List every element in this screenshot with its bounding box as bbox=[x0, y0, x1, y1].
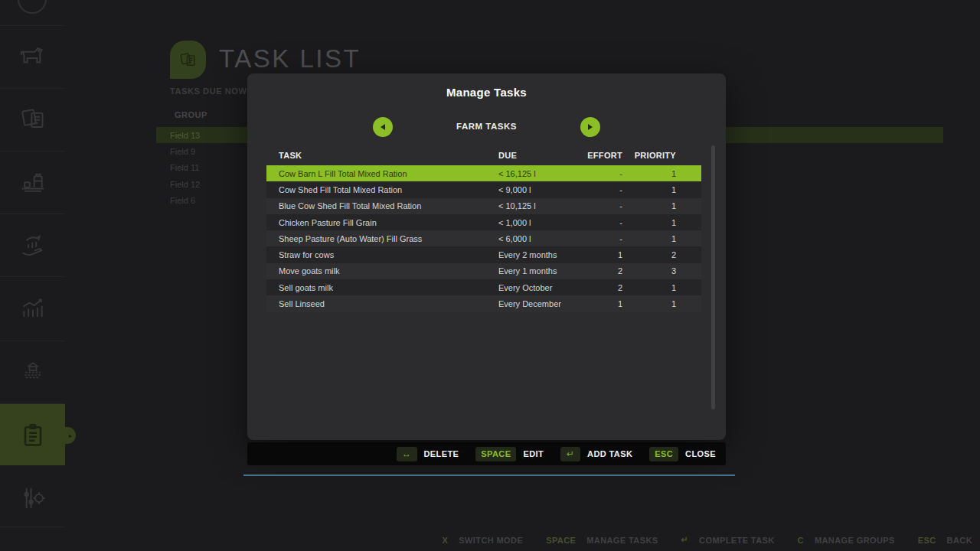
task-cell: Straw for cows bbox=[279, 250, 498, 259]
hint-complete-task: ↵COMPLETE TASK bbox=[681, 535, 774, 545]
priority-cell: 2 bbox=[622, 250, 676, 259]
priority-cell: 1 bbox=[622, 185, 676, 194]
due-cell: < 1,000 l bbox=[498, 218, 580, 227]
priority-cell: 1 bbox=[622, 234, 676, 243]
hint-key: ESC bbox=[918, 536, 936, 545]
task-cell: Blue Cow Shed Fill Total Mixed Ration bbox=[279, 201, 498, 210]
task-row[interactable]: Chicken Pasture Fill Grain< 1,000 l-1 bbox=[266, 214, 701, 230]
hint-switch-mode: XSWITCH MODE bbox=[443, 536, 524, 545]
effort-cell: - bbox=[580, 218, 622, 227]
task-column-header: TASK bbox=[279, 151, 498, 160]
modal-action-bar: ↔DELETESPACEEDIT↵ADD TASKESCCLOSE bbox=[247, 442, 726, 465]
effort-column-header: EFFORT bbox=[580, 151, 622, 160]
hint-key: SPACE bbox=[546, 536, 576, 545]
group-column-header: GROUP bbox=[175, 110, 207, 119]
delete-key-icon: ↔ bbox=[397, 447, 416, 461]
priority-cell: 1 bbox=[622, 201, 676, 210]
effort-cell: - bbox=[580, 234, 622, 243]
production-icon bbox=[18, 168, 48, 198]
priority-cell: 1 bbox=[622, 169, 676, 178]
esc-key: ESC bbox=[649, 447, 678, 461]
papers-icon bbox=[178, 50, 198, 70]
action-delete[interactable]: ↔DELETE bbox=[397, 447, 459, 461]
priority-column-header: PRIORITY bbox=[622, 151, 676, 160]
due-cell: < 6,000 l bbox=[498, 234, 580, 243]
sidebar-divider bbox=[0, 214, 65, 214]
sidebar-item-animals[interactable] bbox=[16, 40, 50, 73]
task-cell: Cow Barn L Fill Total Mixed Ration bbox=[279, 169, 498, 178]
sidebar-divider bbox=[0, 25, 65, 26]
action-label: CLOSE bbox=[685, 449, 716, 458]
sidebar-item-mod-info[interactable] bbox=[16, 354, 50, 388]
clipboard-icon bbox=[18, 420, 48, 451]
page-title: TASK LIST bbox=[219, 44, 361, 73]
task-cell: Move goats milk bbox=[279, 266, 498, 276]
sidebar: ▸ bbox=[0, 0, 65, 551]
sidebar-divider bbox=[0, 341, 65, 341]
effort-cell: - bbox=[580, 201, 622, 210]
effort-cell: - bbox=[580, 169, 622, 178]
hint-key: C bbox=[798, 536, 804, 545]
tasks-due-now-label: TASKS DUE NOW bbox=[170, 86, 247, 96]
sidebar-item-settings[interactable] bbox=[16, 481, 50, 515]
sidebar-divider bbox=[0, 151, 65, 152]
action-label: ADD TASK bbox=[587, 449, 632, 458]
sidebar-selected-arrow: ▸ bbox=[65, 427, 76, 444]
hand-chart-icon bbox=[18, 230, 48, 261]
sidebar-item-statistics[interactable] bbox=[16, 292, 50, 326]
footer-hint-bar: XSWITCH MODESPACEMANAGE TASKS↵COMPLETE T… bbox=[420, 535, 972, 545]
effort-cell: 1 bbox=[580, 250, 622, 259]
modal-title: Manage Tasks bbox=[247, 86, 726, 99]
hint-key: ↵ bbox=[681, 535, 688, 545]
hint-label: SWITCH MODE bbox=[459, 536, 523, 545]
app-root: ▸ TASK LIST TASKS DUE NOW GROUP Field 13… bbox=[0, 0, 980, 551]
due-column-header: DUE bbox=[498, 151, 580, 160]
task-cell: Chicken Pasture Fill Grain bbox=[279, 218, 498, 227]
hint-manage-tasks: SPACEMANAGE TASKS bbox=[546, 536, 658, 545]
hint-label: MANAGE GROUPS bbox=[815, 536, 895, 545]
emblem-icon bbox=[18, 356, 48, 386]
task-cell: Cow Shed Fill Total Mixed Ration bbox=[279, 185, 498, 194]
task-row[interactable]: Sell goats milkEvery October21 bbox=[266, 279, 701, 295]
task-row[interactable]: Sell LinseedEvery December11 bbox=[266, 295, 701, 311]
task-list-icon bbox=[170, 41, 206, 79]
sidebar-item-task-list[interactable] bbox=[16, 419, 50, 452]
space-key: SPACE bbox=[475, 447, 516, 461]
due-cell: Every December bbox=[498, 299, 580, 308]
table-header: TASK DUE EFFORT PRIORITY bbox=[266, 148, 701, 162]
sidebar-item-production[interactable] bbox=[16, 166, 50, 200]
effort-cell: - bbox=[580, 185, 622, 194]
hint-manage-groups: CMANAGE GROUPS bbox=[798, 536, 895, 545]
task-row[interactable]: Move goats milkEvery 1 months23 bbox=[266, 263, 701, 279]
sidebar-item-contracts[interactable] bbox=[16, 103, 50, 136]
sidebar-item-finances[interactable] bbox=[16, 229, 50, 262]
action-close[interactable]: ESCCLOSE bbox=[649, 447, 716, 461]
priority-cell: 1 bbox=[622, 283, 676, 292]
task-cell: Sheep Pasture (Auto Water) Fill Grass bbox=[279, 234, 498, 243]
hint-label: MANAGE TASKS bbox=[586, 536, 658, 545]
priority-cell: 3 bbox=[622, 266, 676, 276]
manage-tasks-modal: Manage Tasks FARM TASKS TASK DUE EFFORT … bbox=[247, 73, 726, 440]
sidebar-divider bbox=[0, 88, 65, 89]
task-row[interactable]: Straw for cowsEvery 2 months12 bbox=[266, 246, 701, 262]
due-cell: < 16,125 l bbox=[498, 169, 580, 178]
sidebar-divider bbox=[0, 276, 65, 277]
hint-label: BACK bbox=[947, 536, 972, 545]
next-group-button[interactable] bbox=[580, 117, 600, 137]
task-row[interactable]: Blue Cow Shed Fill Total Mixed Ration< 1… bbox=[266, 198, 701, 214]
task-cell: Sell Linseed bbox=[279, 299, 498, 308]
divider-line bbox=[243, 474, 735, 476]
task-cell: Sell goats milk bbox=[279, 283, 498, 292]
action-edit[interactable]: SPACEEDIT bbox=[475, 447, 544, 461]
sliders-gear-icon bbox=[18, 483, 48, 514]
task-row[interactable]: Cow Barn L Fill Total Mixed Ration< 16,1… bbox=[266, 165, 701, 181]
action-add-task[interactable]: ↵ADD TASK bbox=[560, 447, 632, 461]
scrollbar[interactable] bbox=[711, 145, 715, 409]
group-selector-label: FARM TASKS bbox=[247, 122, 726, 131]
action-label: EDIT bbox=[523, 449, 544, 458]
cow-icon bbox=[18, 41, 48, 72]
task-row[interactable]: Sheep Pasture (Auto Water) Fill Grass< 6… bbox=[266, 230, 701, 246]
documents-icon bbox=[18, 104, 48, 135]
scrollbar-thumb[interactable] bbox=[711, 145, 715, 409]
task-row[interactable]: Cow Shed Fill Total Mixed Ration< 9,000 … bbox=[266, 181, 701, 197]
